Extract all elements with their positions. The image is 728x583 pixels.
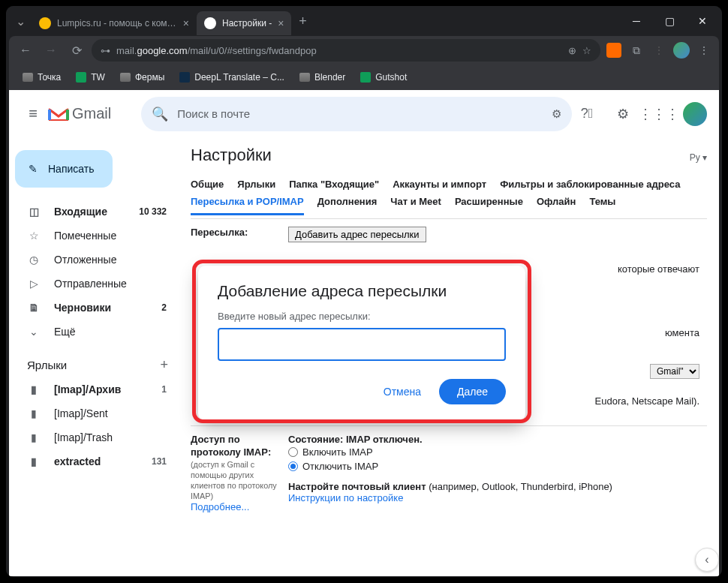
imap-disable-radio[interactable]: Отключить IMAP xyxy=(288,459,707,473)
sidebar-drafts[interactable]: 🗎Черновики2 xyxy=(9,296,176,320)
site-info-icon[interactable]: ⊶ xyxy=(101,45,110,56)
label-item[interactable]: ▮[Imap]/Архив1 xyxy=(9,377,176,401)
tab-labels[interactable]: Ярлыки xyxy=(237,179,275,190)
gear-icon[interactable]: ⚙ xyxy=(608,99,638,129)
nav-label: Входящие xyxy=(54,206,107,218)
bookmark-label: Точка xyxy=(38,72,61,83)
tab-filters[interactable]: Фильтры и заблокированные адреса xyxy=(500,179,680,190)
url-input[interactable]: ⊶ mail.google.com/mail/u/0/#settings/fwd… xyxy=(92,39,600,62)
account-avatar[interactable] xyxy=(680,99,710,129)
tab-addons[interactable]: Дополнения xyxy=(317,196,378,215)
scroll-up-button[interactable]: ‹ xyxy=(695,548,719,572)
labels-title: Ярлыки xyxy=(27,359,67,371)
pop-action-select[interactable]: Gmail" xyxy=(650,364,699,379)
browser-tab-active[interactable]: Настройки - × xyxy=(197,11,291,35)
minimize-button[interactable]: ─ xyxy=(620,6,653,36)
deepl-icon xyxy=(179,72,190,83)
back-button[interactable]: ← xyxy=(15,44,36,57)
bookmark-item[interactable]: Blender xyxy=(293,69,351,86)
sidebar-inbox[interactable]: ◫Входящие10 332 xyxy=(9,200,176,224)
bookmark-item[interactable]: Фермы xyxy=(114,69,170,86)
cancel-button[interactable]: Отмена xyxy=(373,379,432,404)
imap-client-tail: (например, Outlook, Thunderbird, iPhone) xyxy=(429,481,612,492)
labels-header: Ярлыки + xyxy=(9,344,183,377)
label-count: 1 xyxy=(161,384,167,395)
label-icon: ▮ xyxy=(27,455,41,467)
sidebar-more[interactable]: ⌄Ещё xyxy=(9,320,176,344)
text-fragment: Eudora, Netscape Mail). xyxy=(595,395,699,407)
search-icon: 🔍 xyxy=(152,106,168,122)
search-input[interactable]: 🔍 Поиск в почте ⚙ xyxy=(141,97,572,131)
nav-label: Помеченные xyxy=(54,230,116,242)
nav-count: 10 332 xyxy=(139,206,167,217)
help-icon[interactable]: ?⃝ xyxy=(572,99,602,129)
tab-offline[interactable]: Офлайн xyxy=(537,196,576,215)
filter-icon[interactable]: ⚙ xyxy=(552,107,561,121)
sheet-icon xyxy=(360,72,371,83)
hamburger-icon[interactable]: ≡ xyxy=(18,105,48,122)
reload-button[interactable]: ⟳ xyxy=(66,44,87,58)
imap-more-link[interactable]: Подробнее... xyxy=(191,501,249,512)
tab-chat[interactable]: Чат и Meet xyxy=(390,196,441,215)
apps-grid-icon[interactable]: ⋮⋮⋮ xyxy=(644,99,674,129)
dialog-title: Добавление адреса пересылки xyxy=(218,282,506,300)
tab-title: Настройки - xyxy=(222,18,272,29)
sheet-icon xyxy=(76,72,86,83)
new-tab-button[interactable]: + xyxy=(291,14,314,29)
browser-tab[interactable]: Lumpics.ru - помощь с компью × xyxy=(32,11,197,35)
imap-label: Доступ по протоколу IMAP: (доступ к Gmai… xyxy=(191,434,288,514)
gmail-logo[interactable]: Gmail xyxy=(48,105,111,122)
next-button[interactable]: Далее xyxy=(439,379,506,404)
imap-state-label: Состояние: xyxy=(288,434,343,445)
profile-avatar[interactable] xyxy=(672,41,690,59)
label-item[interactable]: ▮extracted131 xyxy=(9,449,176,473)
extensions-icon[interactable]: ⧉ xyxy=(627,41,645,59)
label-item[interactable]: ▮[Imap]/Trash xyxy=(9,425,176,449)
tab-general[interactable]: Общие xyxy=(191,179,224,190)
bookmark-label: TW xyxy=(91,72,105,83)
close-icon[interactable]: × xyxy=(183,17,189,29)
language-selector[interactable]: Ру ▾ xyxy=(690,152,707,163)
browser-titlebar: ⌄ Lumpics.ru - помощь с компью × Настрой… xyxy=(6,6,722,36)
sidebar-starred[interactable]: ☆Помеченные xyxy=(9,224,176,248)
close-window-button[interactable]: ✕ xyxy=(686,6,719,36)
bookmark-icon[interactable]: ☆ xyxy=(582,45,591,56)
imap-enable-radio[interactable]: Включить IMAP xyxy=(288,445,707,459)
label-icon: ▮ xyxy=(27,431,41,443)
label-icon: ▮ xyxy=(27,383,41,395)
zoom-icon[interactable]: ⊕ xyxy=(568,45,576,56)
imap-instructions-link[interactable]: Инструкции по настройке xyxy=(288,492,403,503)
folder-icon xyxy=(120,73,131,82)
forward-button[interactable]: → xyxy=(41,44,62,57)
extension-fox-icon[interactable] xyxy=(605,41,623,59)
tab-inbox[interactable]: Папка "Входящие" xyxy=(289,179,379,190)
bookmark-item[interactable]: Gutshot xyxy=(354,69,413,86)
folder-icon xyxy=(23,73,33,82)
close-icon[interactable]: × xyxy=(278,17,284,29)
label-item[interactable]: ▮[Imap]/Sent xyxy=(9,401,176,425)
tab-themes[interactable]: Темы xyxy=(589,196,615,215)
nav-count: 2 xyxy=(161,302,167,313)
tab-advanced[interactable]: Расширенные xyxy=(455,196,523,215)
maximize-button[interactable]: ▢ xyxy=(653,6,686,36)
add-forwarding-button[interactable]: Добавить адрес пересылки xyxy=(288,227,426,242)
chevron-down-icon: ⌄ xyxy=(27,326,41,338)
bookmark-label: Фермы xyxy=(135,72,164,83)
label-count: 131 xyxy=(152,456,167,467)
compose-button[interactable]: ✎ Написать xyxy=(15,150,113,188)
label-text: [Imap]/Trash xyxy=(54,431,113,443)
sidebar-sent[interactable]: ▷Отправленные xyxy=(9,272,176,296)
tab-forwarding[interactable]: Пересылка и POP/IMAP xyxy=(191,196,304,215)
bookmark-item[interactable]: DeepL Translate – C... xyxy=(173,69,290,86)
tab-accounts[interactable]: Аккаунты и импорт xyxy=(393,179,486,190)
divider: ⋮ xyxy=(650,41,668,59)
browser-menu-icon[interactable]: ⋮ xyxy=(695,41,713,59)
forwarding-email-input[interactable] xyxy=(218,328,506,361)
bookmark-item[interactable]: TW xyxy=(70,69,111,86)
tab-search-icon[interactable]: ⌄ xyxy=(9,10,32,32)
search-placeholder: Поиск в почте xyxy=(177,107,543,120)
address-bar: ← → ⟳ ⊶ mail.google.com/mail/u/0/#settin… xyxy=(9,36,719,65)
bookmark-item[interactable]: Точка xyxy=(17,69,67,86)
add-label-button[interactable]: + xyxy=(160,357,168,373)
sidebar-snoozed[interactable]: ◷Отложенные xyxy=(9,248,176,272)
